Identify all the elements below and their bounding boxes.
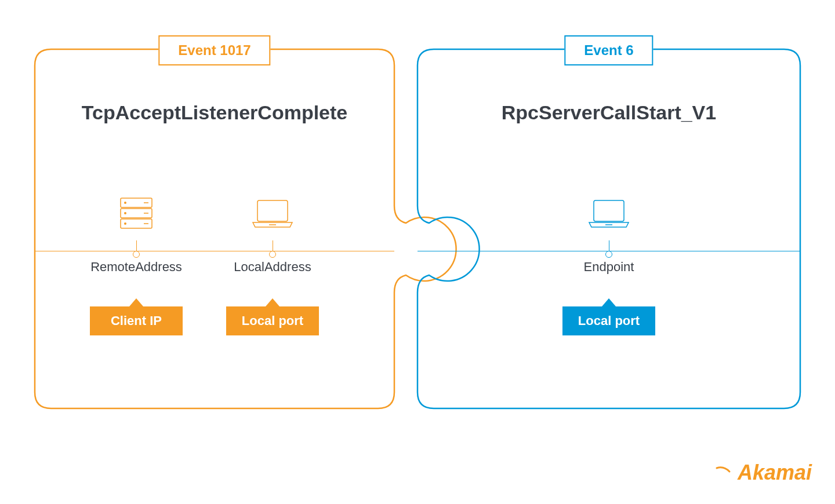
left-title: TcpAcceptListenerComplete [35, 101, 394, 124]
diagram-canvas: Event 1017 TcpAcceptListenerComplete [0, 0, 835, 504]
node-remote-address: RemoteAddress [78, 197, 194, 275]
callout-local-port-left: Local port [226, 298, 319, 335]
akamai-swoosh-icon [706, 459, 734, 487]
akamai-logo-text: Akamai [738, 461, 812, 485]
event-label-right: Event 6 [564, 35, 653, 65]
akamai-logo: Akamai [706, 459, 812, 487]
svg-point-4 [124, 212, 126, 214]
right-title: RpcServerCallStart_V1 [418, 101, 800, 124]
connector-dot [133, 251, 140, 258]
connector-dot [269, 251, 276, 258]
connector-dot [605, 251, 612, 258]
node-local-address: LocalAddress [215, 197, 331, 275]
node-label-local-address: LocalAddress [215, 260, 331, 275]
left-piece: Event 1017 TcpAcceptListenerComplete [35, 49, 394, 408]
right-piece: Event 6 RpcServerCallStart_V1 Endpoint L… [418, 49, 800, 408]
svg-point-3 [124, 202, 126, 204]
laptop-icon [215, 197, 331, 232]
server-icon [78, 197, 194, 232]
svg-point-5 [124, 222, 126, 225]
callout-local-port-right: Local port [562, 298, 655, 335]
callout-client-ip: Client IP [90, 298, 183, 335]
node-label-remote-address: RemoteAddress [78, 260, 194, 275]
svg-rect-11 [594, 200, 624, 221]
event-label-left: Event 1017 [158, 35, 270, 65]
laptop-icon [551, 197, 667, 232]
svg-rect-9 [257, 200, 288, 221]
node-label-endpoint: Endpoint [551, 260, 667, 275]
node-endpoint: Endpoint [551, 197, 667, 275]
